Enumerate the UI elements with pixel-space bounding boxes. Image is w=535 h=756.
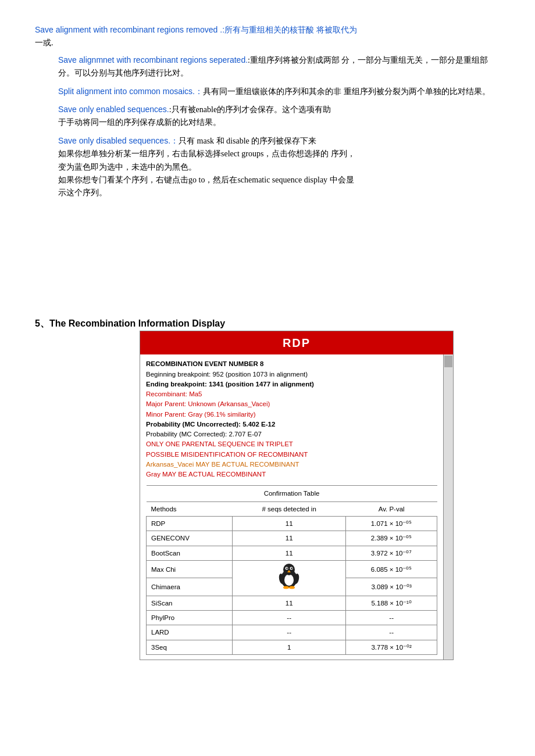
svg-point-11	[289, 586, 295, 589]
svg-point-5	[286, 568, 287, 569]
item-3-label: Save only enabled sequences.	[58, 105, 169, 114]
item-4-desc: 只有 mask 和 disable 的序列被保存下来	[179, 137, 316, 145]
rdp-header: RDP	[140, 331, 453, 354]
table-row: RDP111.071 × 10⁻⁰⁵	[147, 517, 437, 531]
rdp-main-content: RECOMBINATION EVENT NUMBER 8 Beginning b…	[140, 354, 444, 660]
svg-point-6	[291, 568, 292, 569]
item-2-desc: 具有同一重组镶嵌体的序列和其余的非 重组序列被分裂为两个单独的比对结果。	[203, 87, 490, 96]
item-4-desc2: 如果你想单独分析某一组序列，右击鼠标选择select groups，点击你想选择…	[58, 149, 355, 158]
item-1: Save alignmnet with recombinant regions …	[58, 53, 500, 80]
cell-method: GENECONV	[147, 531, 233, 546]
cell-method: SiScan	[147, 596, 233, 610]
item-2-label: Split alignment into common mosaics.：	[58, 87, 203, 96]
item-3: Save only enabled sequences.:只有被enable的序…	[58, 103, 500, 130]
section5-header: 5、The Recombination Information Display	[35, 316, 500, 331]
cell-pval: 3.972 × 10⁻⁰⁷	[346, 546, 437, 560]
table-row: PhylPro----	[147, 611, 437, 625]
event-line-3: Ending breakpoint: 1341 (position 1477 i…	[146, 379, 437, 389]
cell-seqs: 1	[232, 640, 345, 654]
cell-method: LARD	[147, 625, 233, 640]
header-pval: Av. P-val	[346, 501, 437, 516]
indent-items: Save alignmnet with recombinant regions …	[58, 53, 500, 200]
event-line-11: Arkansas_Vacei MAY BE ACTUAL RECOMBINANT	[146, 460, 437, 470]
intro-section: Save alignment with recombinant regions …	[35, 23, 500, 200]
intro-title: Save alignment with recombinant regions …	[35, 23, 500, 50]
cell-method: PhylPro	[147, 611, 233, 625]
table-row: GENECONV112.389 × 10⁻⁰⁵	[147, 531, 437, 546]
cell-seqs: 11	[232, 517, 345, 531]
header-methods: Methods	[147, 501, 233, 516]
rdp-scrollbar[interactable]	[444, 354, 453, 660]
item-4: Save only disabled sequences.：只有 mask 和 …	[58, 134, 500, 200]
section5-title: 5、The Recombination Information Display	[35, 318, 225, 328]
event-line-9: ONLY ONE PARENTAL SEQUENCE IN TRIPLET	[146, 439, 437, 449]
header-seqs: # seqs detected in	[232, 501, 345, 516]
rdp-body: RECOMBINATION EVENT NUMBER 8 Beginning b…	[140, 354, 453, 660]
item-4-desc5: 示这个序列。	[58, 188, 107, 197]
event-line-6: Minor Parent: Gray (96.1% similarity)	[146, 410, 437, 420]
event-line-1: RECOMBINATION EVENT NUMBER 8	[146, 359, 437, 369]
cell-pval: --	[346, 611, 437, 625]
table-row: SiScan115.188 × 10⁻¹⁰	[147, 596, 437, 610]
item-4-label: Save only disabled sequences.：	[58, 136, 179, 145]
event-line-8: Probability (MC Corrected): 2.707 E-07	[146, 429, 437, 439]
cell-method: BootScan	[147, 546, 233, 560]
item-4-desc3: 变为蓝色即为选中，未选中的为黑色。	[58, 163, 197, 171]
svg-point-10	[283, 586, 289, 589]
title-black-part: 一或.	[35, 38, 54, 47]
cell-seqs: 11	[232, 546, 345, 560]
cell-pval: 5.188 × 10⁻¹⁰	[346, 596, 437, 610]
cell-seqs: 11	[232, 531, 345, 546]
item-3-desc2: 于手动将同一组的序列保存成新的比对结果。	[58, 118, 221, 127]
table-row: Max Chi 6.085 × 10⁻⁰⁵	[147, 561, 437, 578]
cell-pval: 2.389 × 10⁻⁰⁵	[346, 531, 437, 546]
scrollbar-thumb[interactable]	[444, 356, 452, 367]
cell-seqs: --	[232, 611, 345, 625]
svg-point-2	[283, 564, 295, 575]
cell-pval: 3.089 × 10⁻⁰³	[346, 578, 437, 596]
cell-pval: 1.071 × 10⁻⁰⁵	[346, 517, 437, 531]
confirmation-title: Confirmation Table	[147, 486, 437, 501]
table-row: BootScan113.972 × 10⁻⁰⁷	[147, 546, 437, 560]
confirmation-table: Confirmation Table Methods # seqs detect…	[146, 485, 437, 655]
cell-pval: --	[346, 625, 437, 640]
event-line-2: Beginning breakpoint: 952 (position 1073…	[146, 370, 437, 379]
event-line-4: Recombinant: Ma5	[146, 389, 437, 399]
cell-seqs: --	[232, 625, 345, 640]
confirmation-header-row: Methods # seqs detected in Av. P-val	[147, 501, 437, 516]
cell-pval: 6.085 × 10⁻⁰⁵	[346, 561, 437, 578]
confirmation-title-row: Confirmation Table	[147, 486, 437, 501]
cell-pval: 3.778 × 10⁻⁰²	[346, 640, 437, 654]
cell-method: Chimaera	[147, 578, 233, 596]
cell-seqs: 11	[232, 596, 345, 610]
item-1-label: Save alignmnet with recombinant regions …	[58, 55, 248, 65]
cell-method: 3Seq	[147, 640, 233, 654]
cell-method: Max Chi	[147, 561, 233, 578]
event-line-5: Major Parent: Unknown (Arkansas_Vacei)	[146, 399, 437, 409]
penguin-icon	[277, 562, 301, 590]
cell-method: RDP	[147, 517, 233, 531]
title-blue-part: Save alignment with recombinant regions …	[35, 25, 357, 34]
item-4-desc4: 如果你想专门看某个序列，右键点击go to，然后在schematic seque…	[58, 175, 354, 184]
event-line-12: Gray MAY BE ACTUAL RECOMBINANT	[146, 470, 437, 479]
table-row: 3Seq13.778 × 10⁻⁰²	[147, 640, 437, 654]
rdp-panel: RDP RECOMBINATION EVENT NUMBER 8 Beginni…	[140, 331, 454, 660]
cell-seqs	[232, 561, 345, 596]
event-line-7: Probability (MC Uncorrected): 5.402 E-12	[146, 420, 437, 429]
item-3-desc: :只有被enable的序列才会保存。这个选项有助	[169, 105, 331, 114]
svg-point-1	[284, 574, 294, 586]
event-line-10: POSSIBLE MISIDENTIFICATION OF RECOMBINAN…	[146, 450, 437, 460]
table-row: LARD----	[147, 625, 437, 640]
item-2: Split alignment into common mosaics.：具有同…	[58, 85, 500, 98]
